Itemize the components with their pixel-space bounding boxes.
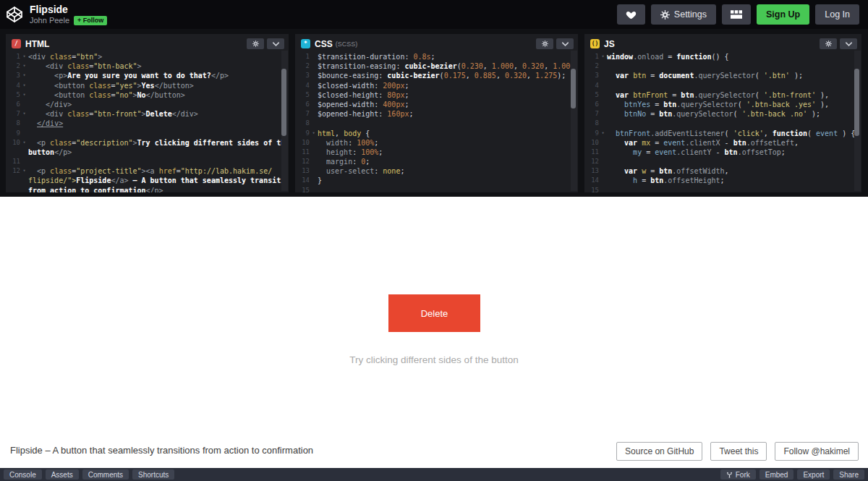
code-line[interactable]: flipside/">Flipside</a> – A button that … [6,176,281,185]
code-line[interactable]: 6$opened-width: 400px; [295,100,571,109]
code-token: = [646,72,659,80]
fold-arrow-icon[interactable]: ▾ [20,90,28,100]
scrollbar-thumb[interactable] [854,69,859,136]
html-settings-button[interactable] [247,38,264,49]
love-button[interactable] [617,4,645,25]
follow-button[interactable]: + Follow [74,16,107,25]
css-scrollbar[interactable] [571,51,577,191]
code-line[interactable]: 15 [295,186,571,192]
fold-arrow-icon[interactable]: ▾ [20,81,28,90]
js-collapse-button[interactable] [840,38,857,49]
fold-arrow-icon[interactable]: ▾ [20,71,28,80]
code-line[interactable]: 11 height: 100%; [295,148,571,157]
tweet-this-button[interactable]: Tweet this [710,442,767,461]
delete-button[interactable]: Delete [388,294,480,332]
fold-arrow-icon[interactable]: ▾ [20,61,28,71]
code-line[interactable]: 12▾ <p class="project-title"><a href="ht… [6,166,281,176]
code-line[interactable]: 3 var btn = document.querySelector( '.bt… [584,71,854,80]
log-in-button[interactable]: Log In [815,4,859,25]
code-line[interactable]: 13 user-select: none; [295,166,571,176]
code-token: ); [790,72,803,80]
settings-button[interactable]: Settings [651,4,716,25]
code-token: var [607,72,633,80]
fold-arrow-icon[interactable]: ▾ [20,166,28,176]
code-line[interactable]: button</p> [6,148,281,157]
fold-arrow-icon[interactable]: ▾ [599,52,607,61]
code-line[interactable]: 3$bounce-easing: cubic-bezier(0.175, 0.8… [295,71,571,80]
source-on-github-button[interactable]: Source on GitHub [616,442,702,461]
code-token: <div [28,62,67,70]
code-line[interactable]: 14 h = btn.offsetHeight; [584,176,854,185]
css-panel-header: * CSS (SCSS) [295,34,578,50]
console-button[interactable]: Console [4,469,42,480]
code-line[interactable]: 2▾ <div class="btn-back"> [6,61,281,71]
code-line[interactable]: 12 margin: 0; [295,157,571,166]
export-button[interactable]: Export [797,469,830,480]
sign-up-button[interactable]: Sign Up [757,4,809,25]
code-line[interactable]: 14} [295,176,571,185]
html-code-editor[interactable]: 1▾<div class="btn">2▾ <div class="btn-ba… [6,52,281,192]
code-line[interactable]: 11 [6,157,281,166]
code-line[interactable]: 7 btnNo = btn.querySelector( '.btn-back … [584,109,854,119]
html-scrollbar[interactable] [281,51,288,191]
code-line[interactable]: 9▾ btnFront.addEventListener( 'click', f… [584,129,854,138]
fold-arrow-icon[interactable]: ▾ [310,129,318,138]
code-line[interactable]: 9▾html, body { [295,129,571,138]
code-line[interactable]: from action to confirmation</p> [6,186,281,192]
code-line[interactable]: 4$closed-width: 200px; [295,81,571,90]
pen-author[interactable]: John Peele [30,16,69,25]
code-line[interactable]: 1$transition-duration: 0.8s; [295,52,571,61]
code-line[interactable]: 6 btnYes = btn.querySelector( '.btn-back… [584,100,854,109]
line-number [6,148,20,157]
gear-icon [542,41,548,47]
js-code-editor[interactable]: 1▾window.onload = function() {23 var btn… [584,52,854,192]
codepen-logo-icon[interactable] [6,6,23,23]
code-line[interactable]: 2 [584,61,854,71]
code-line[interactable]: 12 [584,157,854,166]
follow-hakimel-button[interactable]: Follow @hakimel [775,442,859,461]
code-line[interactable]: 9 [6,129,281,138]
css-code-editor[interactable]: 1$transition-duration: 0.8s;2$transition… [295,52,571,192]
code-line[interactable]: 4▾ <button class="yes">Yes</button> [6,81,281,90]
code-line[interactable]: 2$transition-easing: cubic-bezier(0.230,… [295,61,571,71]
code-token: event [663,139,685,147]
change-view-button[interactable] [722,4,751,25]
code-line[interactable]: 4 [584,81,854,90]
code-line[interactable]: 1▾window.onload = function() { [584,52,854,61]
code-line[interactable]: 5▾ <button class="no">No</button> [6,90,281,100]
share-button[interactable]: Share [833,469,864,480]
fold-arrow-icon[interactable]: ▾ [20,109,28,119]
code-line[interactable]: 10▾ <p class="description">Try clicking … [6,138,281,148]
code-line[interactable]: 1▾<div class="btn"> [6,52,281,61]
js-settings-button[interactable] [820,38,837,49]
fold-arrow-icon[interactable]: ▾ [599,129,607,138]
fold-arrow-icon[interactable]: ▾ [20,52,28,61]
code-line[interactable]: 15 [584,186,854,192]
code-line[interactable]: 3▾ <p>Are you sure you want to do that?<… [6,71,281,80]
code-line[interactable]: 7▾ <div class="btn-front">Delete</div> [6,109,281,119]
html-collapse-button[interactable] [267,38,284,49]
code-line[interactable]: 8 </div> [6,119,281,128]
css-collapse-button[interactable] [556,38,574,49]
css-settings-button[interactable] [536,38,553,49]
code-line[interactable]: 10 width: 100%; [295,138,571,148]
code-line[interactable]: 6 </div> [6,100,281,109]
fold-arrow-icon[interactable]: ▾ [20,138,28,148]
embed-button[interactable]: Embed [760,469,794,480]
code-line[interactable]: 10 var mx = event.clientX - btn.offsetLe… [584,138,854,148]
code-line[interactable]: 5 var btnFront = btn.querySelector( '.bt… [584,90,854,100]
code-line[interactable]: 8 [584,119,854,128]
code-line[interactable]: 7$opened-height: 160px; [295,109,571,119]
shortcuts-button[interactable]: Shortcuts [132,469,174,480]
code-line[interactable]: 8 [295,119,571,128]
scrollbar-thumb[interactable] [281,69,286,136]
comments-button[interactable]: Comments [82,469,129,480]
js-scrollbar[interactable] [854,51,861,191]
code-line[interactable]: 13 var w = btn.offsetWidth, [584,166,854,176]
assets-button[interactable]: Assets [46,469,79,480]
code-line[interactable]: 11 my = event.clientY - btn.offsetTop; [584,148,854,157]
scrollbar-thumb[interactable] [571,69,576,108]
fork-button[interactable]: Fork [720,469,756,480]
code-token: event [816,129,838,137]
code-line[interactable]: 5$closed-height: 80px; [295,90,571,100]
